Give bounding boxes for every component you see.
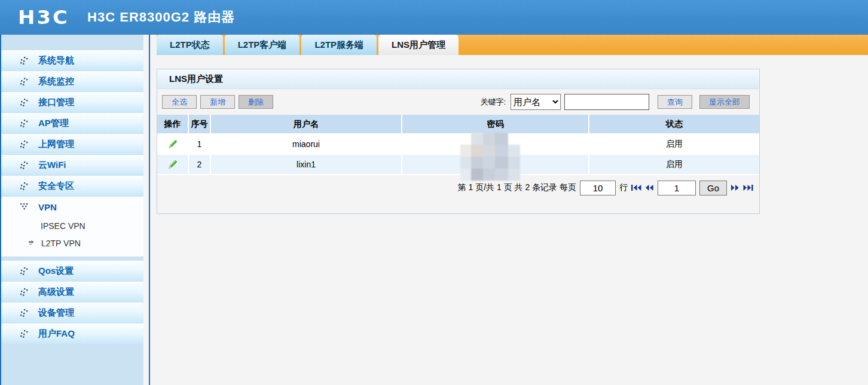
sidebar-item-label: 接口管理: [38, 97, 74, 108]
prev-page-button[interactable]: [645, 184, 654, 191]
column-header-status: 状态: [589, 115, 759, 133]
show-all-button[interactable]: 显示全部: [699, 95, 750, 109]
tab-strip: L2TP状态 L2TP客户端 L2TP服务端 LNS用户管理: [157, 35, 868, 55]
table-header-row: 操作 序号 用户名 密码 状态: [157, 115, 759, 135]
h3c-logo: H3C: [18, 7, 69, 29]
edit-button[interactable]: [157, 155, 189, 174]
app-title: H3C ER8300G2 路由器: [87, 8, 235, 26]
sidebar-item-label: 高级设置: [38, 286, 74, 298]
add-button[interactable]: 新增: [200, 95, 235, 109]
sidebar-group-vpn: VPN IPSEC VPN L2TP VPN: [1, 197, 143, 256]
tab-label: L2TP服务端: [314, 39, 363, 50]
last-page-button[interactable]: [743, 184, 753, 191]
column-header-index: 序号: [189, 115, 211, 133]
tab-l2tp-client[interactable]: L2TP客户端: [225, 35, 300, 55]
sidebar-subitem-label: L2TP VPN: [41, 239, 81, 248]
go-button[interactable]: Go: [699, 181, 727, 195]
dots-icon: [20, 140, 29, 148]
tab-label: LNS用户管理: [392, 39, 445, 50]
panel-toolbar: 全选 新增 删除 关键字: 用户名 查询 显示全部: [157, 89, 759, 115]
tab-lns-user-mgmt[interactable]: LNS用户管理: [378, 35, 459, 55]
dots-icon: [20, 99, 29, 106]
dots-icon: [20, 309, 29, 317]
sidebar-item-cloud-wifi[interactable]: 云WiFi: [1, 155, 143, 175]
sidebar-item-system-nav[interactable]: 系统导航: [1, 50, 143, 71]
sidebar-item-label: VPN: [38, 202, 57, 212]
sidebar-item-label: AP管理: [38, 118, 69, 129]
sidebar-item-label: 系统导航: [38, 55, 74, 66]
tab-l2tp-status[interactable]: L2TP状态: [157, 35, 223, 55]
keyword-label: 关键字:: [480, 97, 506, 108]
table-row: 1 miaorui 启用: [157, 135, 759, 155]
row-password: [402, 155, 589, 174]
next-page-button[interactable]: [731, 184, 739, 191]
sidebar-item-label: 系统监控: [38, 76, 74, 87]
panel-title: LNS用户设置: [157, 69, 759, 89]
tab-label: L2TP客户端: [238, 39, 287, 50]
sidebar-item-label: 用户FAQ: [38, 328, 75, 340]
pencil-icon: [167, 159, 178, 170]
tab-l2tp-server[interactable]: L2TP服务端: [301, 35, 377, 55]
sidebar-item-label: 云WiFi: [38, 160, 66, 171]
column-header-action: 操作: [157, 115, 189, 133]
row-status: 启用: [589, 155, 759, 174]
table-row: 2 lixin1 启用: [157, 155, 759, 175]
pencil-icon: [167, 139, 178, 149]
sidebar-item-label: 设备管理: [38, 307, 74, 319]
dots-icon: [20, 182, 29, 190]
column-header-password: 密码: [402, 115, 589, 133]
tab-label: L2TP状态: [170, 39, 210, 50]
pagination-summary: 第 1 页/共 1 页 共 2 条记录 每页: [458, 182, 576, 193]
content-divider: [149, 35, 150, 385]
row-password: [402, 135, 589, 154]
sidebar-item-ipsec-vpn[interactable]: IPSEC VPN: [1, 217, 143, 234]
sidebar-item-internet-mgmt[interactable]: 上网管理: [1, 134, 143, 154]
dots-icon: [20, 78, 29, 85]
sidebar-item-system-monitor[interactable]: 系统监控: [1, 71, 143, 91]
rows-label: 行: [619, 182, 628, 193]
dots-icon: [20, 330, 29, 338]
pagination-bar: 第 1 页/共 1 页 共 2 条记录 每页 行 Go: [157, 175, 759, 200]
sidebar-subitem-label: IPSEC VPN: [41, 221, 85, 231]
lns-user-table: 操作 序号 用户名 密码 状态 1 miaorui 启用: [157, 115, 759, 175]
row-username: miaorui: [211, 135, 402, 154]
sidebar-item-ap-mgmt[interactable]: AP管理: [1, 113, 143, 133]
select-all-button[interactable]: 全选: [162, 95, 197, 109]
sidebar-item-label: 安全专区: [38, 181, 74, 192]
row-index: 2: [189, 155, 211, 174]
sidebar-item-interface-mgmt[interactable]: 接口管理: [1, 92, 143, 112]
keyword-search-group: 关键字: 用户名 查询 显示全部: [480, 94, 753, 110]
dots-icon: [20, 288, 29, 296]
sidebar-item-user-faq[interactable]: 用户FAQ: [1, 323, 143, 344]
sidebar-item-vpn[interactable]: VPN: [1, 197, 143, 217]
sidebar-item-label: Qos设置: [38, 265, 74, 277]
first-page-button[interactable]: [631, 184, 641, 191]
arrow-marker-icon: [29, 239, 35, 247]
keyword-search-input[interactable]: [564, 94, 649, 110]
sidebar: 系统导航 系统监控 接口管理 AP管理 上网管理 云WiFi 安全专区 VPN …: [1, 35, 143, 385]
dots-expanded-icon: [20, 203, 29, 211]
column-header-username: 用户名: [211, 115, 402, 133]
dots-icon: [20, 267, 29, 275]
keyword-field-select[interactable]: 用户名: [511, 94, 561, 110]
sidebar-item-device-mgmt[interactable]: 设备管理: [1, 302, 143, 323]
row-index: 1: [189, 135, 211, 154]
sidebar-item-l2tp-vpn[interactable]: L2TP VPN: [1, 234, 143, 252]
query-button[interactable]: 查询: [658, 95, 692, 109]
lns-user-panel: LNS用户设置 全选 新增 删除 关键字: 用户名 查询 显示全部 操作 序号 …: [157, 69, 760, 214]
row-username: lixin1: [211, 155, 402, 174]
sidebar-item-qos[interactable]: Qos设置: [1, 261, 143, 281]
dots-icon: [20, 120, 29, 127]
dots-icon: [20, 57, 29, 65]
row-status: 启用: [589, 135, 759, 154]
sidebar-item-security-zone[interactable]: 安全专区: [1, 176, 143, 196]
sidebar-item-advanced[interactable]: 高级设置: [1, 282, 143, 302]
goto-page-input[interactable]: [658, 181, 696, 195]
edit-button[interactable]: [157, 135, 189, 154]
delete-button[interactable]: 删除: [239, 95, 273, 109]
sidebar-item-label: 上网管理: [38, 139, 74, 150]
dots-icon: [20, 161, 29, 169]
tab-bar: L2TP状态 L2TP客户端 L2TP服务端 LNS用户管理: [150, 35, 868, 55]
rows-per-page-input[interactable]: [580, 181, 616, 195]
app-header: H3C H3C ER8300G2 路由器: [0, 0, 868, 35]
